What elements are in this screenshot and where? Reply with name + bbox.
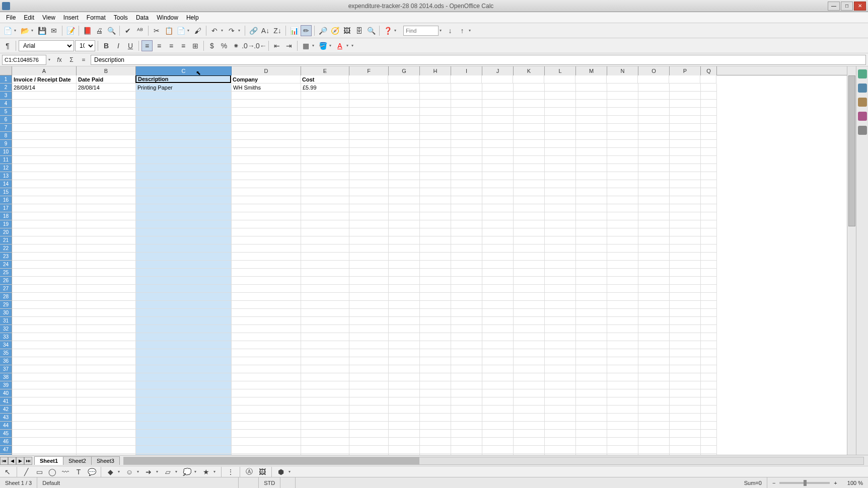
cell-D32[interactable] <box>232 325 301 333</box>
cell-O9[interactable] <box>638 140 670 148</box>
cell-L8[interactable] <box>545 132 576 140</box>
cell-O31[interactable] <box>638 317 670 325</box>
cell-P45[interactable] <box>670 430 701 438</box>
cell-O39[interactable] <box>638 381 670 389</box>
cell-N22[interactable] <box>607 245 638 253</box>
cell-B9[interactable] <box>77 140 136 148</box>
redo-button[interactable]: ↷ <box>226 25 237 36</box>
cell-Q9[interactable] <box>701 140 717 148</box>
cell-D8[interactable] <box>232 132 301 140</box>
cell-O20[interactable] <box>638 228 670 236</box>
cell-J38[interactable] <box>482 373 514 381</box>
cell-N32[interactable] <box>607 325 638 333</box>
cell-G42[interactable] <box>389 405 420 414</box>
cell-F47[interactable] <box>349 446 389 454</box>
font-color-button[interactable]: A <box>334 40 345 51</box>
cell-B39[interactable] <box>77 381 136 389</box>
cell-I21[interactable] <box>451 236 482 245</box>
cell-M38[interactable] <box>576 373 607 381</box>
cell-G44[interactable] <box>389 422 420 430</box>
status-mode[interactable]: STD <box>259 477 280 488</box>
cell-Q28[interactable] <box>701 293 717 301</box>
cell-J48[interactable] <box>482 454 514 455</box>
row-header-17[interactable]: 17 <box>0 204 12 212</box>
cell-C34[interactable] <box>136 341 232 349</box>
cell-Q10[interactable] <box>701 148 717 156</box>
spreadsheet-grid[interactable]: ABC⬉DEFGHIJKLMNOPQ 123456789101112131415… <box>0 66 847 455</box>
cell-H15[interactable] <box>420 188 451 196</box>
cell-I6[interactable] <box>451 116 482 124</box>
cell-L15[interactable] <box>545 188 576 196</box>
cell-H48[interactable] <box>420 454 451 455</box>
cell-K38[interactable] <box>514 373 545 381</box>
cell-G40[interactable] <box>389 389 420 397</box>
cut-button[interactable]: ✂ <box>151 25 162 36</box>
cell-B14[interactable] <box>77 180 136 188</box>
name-box[interactable] <box>2 55 46 65</box>
cell-O45[interactable] <box>638 430 670 438</box>
cell-J7[interactable] <box>482 124 514 132</box>
cell-B19[interactable] <box>77 220 136 228</box>
cell-C47[interactable] <box>136 446 232 454</box>
add-decimal-button[interactable]: .0→ <box>243 40 254 51</box>
cell-Q34[interactable] <box>701 341 717 349</box>
cell-J35[interactable] <box>482 349 514 357</box>
row-header-31[interactable]: 31 <box>0 317 12 325</box>
cell-K26[interactable] <box>514 277 545 285</box>
select-all-corner[interactable] <box>0 66 12 75</box>
cell-D31[interactable] <box>232 317 301 325</box>
cell-H29[interactable] <box>420 301 451 309</box>
cell-H42[interactable] <box>420 405 451 414</box>
cell-I30[interactable] <box>451 309 482 317</box>
cell-L22[interactable] <box>545 245 576 253</box>
cell-I39[interactable] <box>451 381 482 389</box>
cell-O42[interactable] <box>638 405 670 414</box>
cell-G21[interactable] <box>389 236 420 245</box>
cell-M35[interactable] <box>576 349 607 357</box>
cell-I14[interactable] <box>451 180 482 188</box>
cell-O33[interactable] <box>638 333 670 341</box>
cell-Q46[interactable] <box>701 438 717 446</box>
row-header-39[interactable]: 39 <box>0 381 12 389</box>
cell-M32[interactable] <box>576 325 607 333</box>
cell-F42[interactable] <box>349 405 389 414</box>
cell-M43[interactable] <box>576 414 607 422</box>
undo-dropdown[interactable]: ▾ <box>221 28 225 33</box>
cell-P5[interactable] <box>670 108 701 116</box>
cell-K7[interactable] <box>514 124 545 132</box>
cell-L16[interactable] <box>545 196 576 204</box>
cell-H30[interactable] <box>420 309 451 317</box>
show-draw-button[interactable]: ✏ <box>301 25 312 36</box>
cell-P37[interactable] <box>670 365 701 373</box>
cell-E43[interactable] <box>301 414 349 422</box>
cell-I23[interactable] <box>451 253 482 261</box>
cell-O12[interactable] <box>638 164 670 172</box>
cell-P33[interactable] <box>670 333 701 341</box>
cell-J46[interactable] <box>482 438 514 446</box>
cell-N37[interactable] <box>607 365 638 373</box>
cell-N5[interactable] <box>607 108 638 116</box>
menu-tools[interactable]: Tools <box>110 13 132 23</box>
cell-C27[interactable] <box>136 285 232 293</box>
status-zoom[interactable]: 100 % <box>842 477 868 488</box>
cell-H14[interactable] <box>420 180 451 188</box>
cell-A47[interactable] <box>12 446 77 454</box>
cell-N9[interactable] <box>607 140 638 148</box>
tab-first-button[interactable]: ⏮ <box>0 457 8 465</box>
cell-H10[interactable] <box>420 148 451 156</box>
cell-N4[interactable] <box>607 100 638 108</box>
cell-B26[interactable] <box>77 277 136 285</box>
cell-J6[interactable] <box>482 116 514 124</box>
cell-N2[interactable] <box>607 84 638 92</box>
cell-G24[interactable] <box>389 261 420 269</box>
cell-E31[interactable] <box>301 317 349 325</box>
cell-F29[interactable] <box>349 301 389 309</box>
cell-H45[interactable] <box>420 430 451 438</box>
cell-B29[interactable] <box>77 301 136 309</box>
cell-N27[interactable] <box>607 285 638 293</box>
cell-B21[interactable] <box>77 236 136 245</box>
undo-button[interactable]: ↶ <box>209 25 220 36</box>
tab-next-button[interactable]: ▶ <box>16 457 24 465</box>
cell-P47[interactable] <box>670 446 701 454</box>
sum-button[interactable]: Σ <box>66 55 77 65</box>
